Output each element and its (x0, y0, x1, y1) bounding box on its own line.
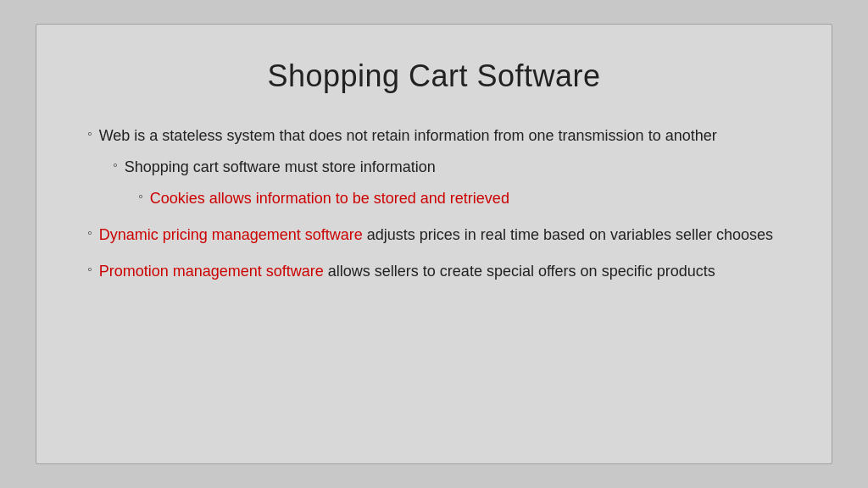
bullet-text-4-red: Dynamic pricing management software (99, 226, 363, 243)
bullet-item-1: ◦ Web is a stateless system that does no… (87, 125, 781, 147)
bullet-text-5-black: allows sellers to create special offers … (324, 263, 715, 280)
bullet-marker-2: ◦ (113, 158, 118, 173)
bullet-item-5: ◦ Promotion management software allows s… (87, 260, 781, 283)
bullet-marker-3: ◦ (138, 189, 143, 204)
slide-title: Shopping Cart Software (87, 58, 781, 94)
bullet-text-5: Promotion management software allows sel… (99, 260, 715, 283)
slide-content: ◦ Web is a stateless system that does no… (87, 125, 781, 291)
slide: Shopping Cart Software ◦ Web is a statel… (36, 24, 832, 464)
bullet-item-2: ◦ Shopping cart software must store info… (113, 156, 781, 179)
bullet-text-1: Web is a stateless system that does not … (99, 125, 717, 147)
bullet-item-3: ◦ Cookies allows information to be store… (138, 187, 781, 210)
bullet-marker-1: ◦ (87, 126, 92, 141)
bullet-item-4: ◦ Dynamic pricing management software ad… (87, 224, 781, 247)
bullet-text-2: Shopping cart software must store inform… (125, 156, 436, 179)
bullet-text-4-black: adjusts prices in real time based on var… (363, 226, 773, 243)
bullet-text-3: Cookies allows information to be stored … (150, 187, 509, 210)
bullet-marker-4: ◦ (87, 225, 92, 241)
bullet-text-5-red: Promotion management software (99, 263, 324, 280)
bullet-text-4: Dynamic pricing management software adju… (99, 224, 773, 247)
bullet-marker-5: ◦ (87, 262, 92, 277)
